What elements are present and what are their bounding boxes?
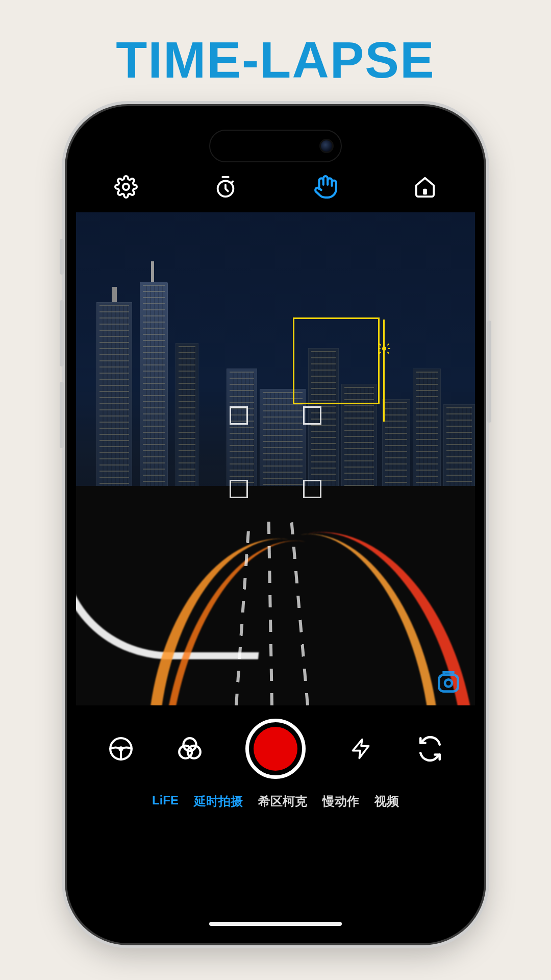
flash-icon[interactable] (347, 735, 375, 763)
camera-viewfinder[interactable] (76, 212, 475, 705)
settings-icon[interactable] (112, 173, 140, 201)
home-indicator[interactable] (209, 922, 342, 926)
bottom-controls: LiFE 延时拍摄 希区柯克 慢动作 视频 (76, 705, 475, 838)
mode-timelapse[interactable]: 延时拍摄 (194, 793, 243, 810)
svg-marker-19 (353, 740, 368, 758)
steering-icon[interactable] (107, 735, 135, 763)
svg-line-9 (388, 344, 389, 345)
hand-icon[interactable] (312, 173, 339, 201)
mode-video[interactable]: 视频 (374, 793, 399, 810)
svg-line-10 (380, 352, 381, 353)
svg-point-13 (445, 679, 452, 687)
dynamic-island (209, 130, 342, 162)
svg-line-8 (380, 344, 381, 345)
mode-hitchcock[interactable]: 希区柯克 (258, 793, 307, 810)
record-button[interactable] (245, 719, 306, 779)
headline: TIME-LAPSE (0, 31, 551, 89)
sun-icon[interactable] (378, 342, 390, 355)
svg-point-0 (123, 184, 129, 190)
svg-point-18 (188, 746, 201, 758)
home-icon[interactable] (411, 173, 439, 201)
timer-icon[interactable] (212, 173, 239, 201)
svg-line-11 (388, 352, 389, 353)
center-focus-bracket (230, 406, 321, 498)
mode-slowmo[interactable]: 慢动作 (322, 793, 359, 810)
svg-point-3 (382, 347, 386, 351)
filter-icon[interactable] (176, 735, 204, 763)
focus-square[interactable] (293, 317, 380, 404)
front-camera-icon (319, 139, 334, 153)
svg-rect-12 (439, 675, 458, 692)
svg-rect-2 (423, 189, 427, 195)
phone-mockup: LiFE 延时拍摄 希区柯克 慢动作 视频 (67, 106, 484, 943)
svg-point-16 (184, 738, 196, 751)
mode-selector[interactable]: LiFE 延时拍摄 希区柯克 慢动作 视频 (76, 779, 475, 810)
exposure-slider[interactable] (383, 320, 385, 422)
app-watermark-icon (434, 668, 463, 696)
mode-life[interactable]: LiFE (152, 793, 179, 810)
switch-camera-icon[interactable] (416, 735, 444, 763)
